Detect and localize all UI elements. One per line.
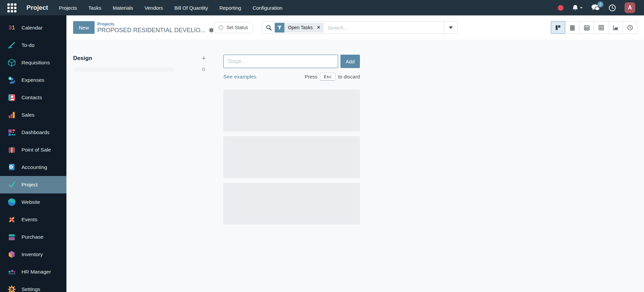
sidebar-item-purchase[interactable]: Purchase xyxy=(0,228,66,246)
page-title: PROPOSED RESIDENTIAL DEVELIO... xyxy=(97,27,205,34)
messages-icon[interactable]: 2 xyxy=(591,4,600,12)
sidebar-item-label: Settings xyxy=(21,286,40,292)
messages-count-badge: 2 xyxy=(597,1,603,7)
column-record-count: 0 xyxy=(202,66,205,72)
sidebar-item-accounting[interactable]: $ Accounting xyxy=(0,159,66,176)
app-name[interactable]: Project xyxy=(26,4,48,11)
chevron-down-icon xyxy=(580,7,583,9)
view-list-button[interactable] xyxy=(565,21,580,34)
top-navbar: Project Projects Tasks Materials Vendors… xyxy=(0,0,644,15)
sidebar-item-todo[interactable]: To-do xyxy=(0,37,66,54)
view-graph-button[interactable] xyxy=(608,21,623,34)
project-icon xyxy=(7,180,16,189)
menu-item-vendors[interactable]: Vendors xyxy=(145,5,163,11)
set-status-button[interactable]: Set Status xyxy=(213,22,253,33)
view-kanban-button[interactable] xyxy=(551,21,565,34)
settings-icon xyxy=(7,285,16,292)
sidebar-item-hr-manager[interactable]: HR Manager xyxy=(0,263,66,281)
menu-item-materials[interactable]: Materials xyxy=(113,5,133,11)
menu-item-projects[interactable]: Projects xyxy=(59,5,77,11)
view-switcher xyxy=(551,21,637,34)
sidebar-item-label: Website xyxy=(21,199,40,205)
app-menu: Projects Tasks Materials Vendors Bill Of… xyxy=(59,5,282,11)
sidebar-item-label: To-do xyxy=(21,42,35,48)
sidebar-item-website[interactable]: Website xyxy=(0,193,66,211)
accounting-icon: $ xyxy=(7,163,16,172)
stage-quick-create-form: Add xyxy=(223,55,360,68)
filter-facet-label: Open Tasks xyxy=(284,25,317,30)
svg-text:$: $ xyxy=(9,77,11,80)
sidebar-item-inventory[interactable]: Inventory xyxy=(0,246,66,263)
sidebar: 31 Calendar To-do Requisitions $ Expense… xyxy=(0,15,66,292)
column-title: Design xyxy=(73,55,92,62)
sidebar-item-label: Accounting xyxy=(21,164,47,170)
chevron-down-icon xyxy=(449,26,453,29)
search-options-toggle[interactable] xyxy=(444,22,458,34)
sidebar-item-label: Calendar xyxy=(21,25,43,31)
requisitions-icon xyxy=(7,58,16,67)
ghost-card xyxy=(223,136,360,178)
sidebar-item-label: Events xyxy=(21,217,37,223)
sidebar-item-label: Expenses xyxy=(21,77,44,83)
apps-grid-icon[interactable] xyxy=(7,3,16,12)
sidebar-item-project[interactable]: Project xyxy=(0,176,66,193)
search-bar: Open Tasks × xyxy=(262,21,458,34)
dashboards-icon xyxy=(7,128,16,137)
ghost-card xyxy=(223,90,360,131)
kanban-column-design: Design + 0 xyxy=(73,55,207,292)
see-examples-link[interactable]: See examples xyxy=(223,74,256,80)
todo-icon xyxy=(7,41,16,50)
discard-hint-press: Press xyxy=(305,74,317,79)
contacts-icon xyxy=(7,93,16,102)
sidebar-item-label: Project xyxy=(21,182,38,188)
view-activity-button[interactable] xyxy=(623,21,637,34)
breadcrumb-parent-link[interactable]: Projects xyxy=(97,21,213,26)
hr-manager-icon xyxy=(7,267,16,277)
sidebar-item-label: Requisitions xyxy=(21,60,50,66)
add-task-plus-icon[interactable]: + xyxy=(202,55,206,62)
sidebar-item-label: Dashboards xyxy=(21,129,50,135)
user-avatar[interactable]: A xyxy=(625,2,635,13)
sidebar-item-settings[interactable]: Settings xyxy=(0,281,66,292)
record-indicator-icon[interactable] xyxy=(558,5,564,11)
sidebar-item-contacts[interactable]: Contacts xyxy=(0,89,66,106)
menu-item-bill-of-quantity[interactable]: Bill Of Quantity xyxy=(174,5,208,11)
sidebar-item-point-of-sale[interactable]: Point of Sale xyxy=(0,141,66,159)
activities-clock-icon[interactable] xyxy=(608,4,616,12)
new-stage-column: Add See examples Press Esc to discard xyxy=(223,55,360,292)
sidebar-item-label: Contacts xyxy=(21,95,42,101)
menu-item-reporting[interactable]: Reporting xyxy=(219,5,241,11)
search-input[interactable] xyxy=(324,25,444,31)
sidebar-item-expenses[interactable]: $ Expenses xyxy=(0,71,66,89)
purchase-icon xyxy=(7,232,16,242)
point-of-sale-icon xyxy=(7,145,16,155)
calendar-icon: 31 xyxy=(7,23,16,33)
view-calendar-button[interactable] xyxy=(580,21,594,34)
sidebar-item-events[interactable]: Events xyxy=(0,211,66,228)
remove-filter-icon[interactable]: × xyxy=(316,25,323,30)
inventory-icon xyxy=(7,250,16,259)
sidebar-item-calendar[interactable]: 31 Calendar xyxy=(0,19,66,37)
filter-funnel-icon xyxy=(275,23,284,33)
menu-item-tasks[interactable]: Tasks xyxy=(89,5,101,11)
sidebar-item-sales[interactable]: Sales xyxy=(0,106,66,124)
main-area: New Projects PROPOSED RESIDENTIAL DEVELI… xyxy=(66,15,644,292)
set-status-label: Set Status xyxy=(226,25,248,30)
new-button[interactable]: New xyxy=(73,21,95,34)
stage-name-input[interactable] xyxy=(223,55,338,68)
sidebar-item-dashboards[interactable]: Dashboards xyxy=(0,124,66,141)
sidebar-item-label: Purchase xyxy=(21,234,43,240)
sales-icon xyxy=(7,110,16,120)
view-pivot-button[interactable] xyxy=(594,21,608,34)
ghost-card-list xyxy=(223,90,360,225)
search-filter-facet: Open Tasks × xyxy=(275,23,324,33)
menu-item-configuration[interactable]: Configuration xyxy=(253,5,282,11)
sidebar-item-label: HR Manager xyxy=(21,269,51,275)
events-icon xyxy=(7,215,16,224)
add-stage-button[interactable]: Add xyxy=(340,55,360,68)
notifications-bell-icon[interactable] xyxy=(572,4,583,11)
sidebar-item-requisitions[interactable]: Requisitions xyxy=(0,54,66,71)
svg-text:$: $ xyxy=(10,165,12,169)
ghost-card xyxy=(223,183,360,225)
esc-key-badge: Esc xyxy=(320,73,335,80)
